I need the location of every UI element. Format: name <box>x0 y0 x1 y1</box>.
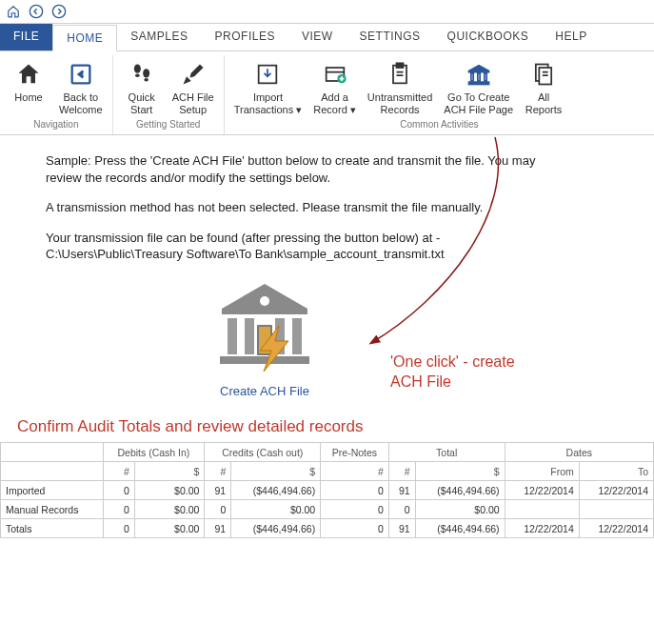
create-ach-label: Create ACH File <box>179 384 350 398</box>
th: From <box>505 462 579 481</box>
ribbon-group-common: ImportTransactions ▾ Add aRecord ▾ Untra… <box>225 55 654 134</box>
home-icon[interactable] <box>4 2 23 21</box>
th: To <box>579 462 653 481</box>
ribbon-back-welcome[interactable]: Back toWelcome <box>53 57 109 117</box>
section-heading: Confirm Audit Totals and review detailed… <box>0 412 654 442</box>
th <box>1 443 104 462</box>
cell: 91 <box>388 481 415 500</box>
svg-rect-18 <box>468 82 488 84</box>
cell: 0 <box>321 481 389 500</box>
svg-point-5 <box>143 69 149 77</box>
svg-point-1 <box>52 5 65 17</box>
ribbon-label: UntransmittedRecords <box>367 91 432 115</box>
cell: 12/22/2014 <box>579 519 653 538</box>
th: Pre-Notes <box>321 443 389 462</box>
instruction-p2: A transmission method has not been selec… <box>46 199 560 216</box>
cell: 0 <box>388 500 415 519</box>
table-header-sub: # $ # $ # # $ From To <box>1 462 654 481</box>
ribbon-import[interactable]: ImportTransactions ▾ <box>228 57 308 117</box>
tab-settings[interactable]: SETTINGS <box>347 24 434 50</box>
tab-quickbooks[interactable]: QUICKBOOKS <box>434 24 543 50</box>
back-welcome-icon <box>66 59 96 90</box>
tab-samples[interactable]: SAMPLES <box>117 24 201 50</box>
th <box>1 462 104 481</box>
ribbon-label: ImportTransactions ▾ <box>234 91 303 115</box>
cell: ($446,494.66) <box>415 481 505 500</box>
row-label: Manual Records <box>1 500 104 519</box>
ribbon-goto-create[interactable]: Go To CreateACH File Page <box>438 57 519 117</box>
svg-point-4 <box>135 73 140 77</box>
th: # <box>388 462 415 481</box>
instruction-p3: Your transmission file can be found (aft… <box>46 230 560 263</box>
main-content: Sample: Press the 'Create ACH File' butt… <box>0 135 654 412</box>
ribbon-add-record[interactable]: Add aRecord ▾ <box>307 57 362 117</box>
row-label: Totals <box>1 519 104 538</box>
table-row: Imported0$0.0091($446,494.66)091($446,49… <box>1 481 654 500</box>
audit-table: Debits (Cash In) Credits (Cash out) Pre-… <box>0 442 654 538</box>
ribbon-home[interactable]: Home <box>4 57 53 117</box>
cell: 0 <box>205 500 231 519</box>
cell: 91 <box>205 519 231 538</box>
clipboard-icon <box>385 59 415 90</box>
ribbon-group-label: Getting Started <box>117 117 220 132</box>
tab-view[interactable]: VIEW <box>288 24 347 50</box>
cell <box>579 500 653 519</box>
ribbon-label: Go To CreateACH File Page <box>444 91 513 115</box>
tab-file[interactable]: FILE <box>0 24 52 50</box>
svg-rect-16 <box>478 73 480 81</box>
ribbon-quick-start[interactable]: QuickStart <box>117 57 167 117</box>
callout-text: 'One click' - createACH File <box>390 352 515 392</box>
table-header-groups: Debits (Cash In) Credits (Cash out) Pre-… <box>1 443 654 462</box>
bank-icon <box>464 59 494 90</box>
bank-lightning-icon <box>212 276 317 372</box>
tab-profiles[interactable]: PROFILES <box>202 24 288 50</box>
tab-bar: FILE HOME SAMPLES PROFILES VIEW SETTINGS… <box>0 24 654 51</box>
th: Dates <box>505 443 653 462</box>
ribbon-label: AllReports <box>525 91 563 115</box>
tab-home[interactable]: HOME <box>52 25 117 51</box>
window-nav-bar <box>0 0 654 24</box>
th: # <box>103 462 134 481</box>
ribbon-ach-setup[interactable]: ACH FileSetup <box>167 57 220 117</box>
ribbon-label: Add aRecord ▾ <box>313 91 356 115</box>
svg-rect-29 <box>220 356 309 364</box>
cell: ($446,494.66) <box>231 481 321 500</box>
add-record-icon <box>320 59 350 90</box>
table-row: Totals0$0.0091($446,494.66)091($446,494.… <box>1 519 654 538</box>
ribbon-label: Back toWelcome <box>59 91 103 115</box>
ribbon-all-reports[interactable]: AllReports <box>519 57 568 117</box>
instruction-p1: Sample: Press the 'Create ACH File' butt… <box>46 152 560 186</box>
cell: $0.00 <box>134 519 205 538</box>
svg-point-23 <box>260 296 269 306</box>
forward-icon[interactable] <box>50 2 69 21</box>
svg-rect-25 <box>245 318 254 354</box>
tools-icon <box>178 59 208 90</box>
home-icon <box>13 59 44 90</box>
cell: 0 <box>321 519 389 538</box>
svg-rect-17 <box>485 73 486 81</box>
ribbon-group-navigation: Home Back toWelcome Navigation <box>0 55 113 134</box>
cell: 0 <box>103 500 134 519</box>
back-icon[interactable] <box>27 2 46 21</box>
create-ach-block[interactable]: Create ACH File <box>179 276 350 398</box>
th: $ <box>415 462 505 481</box>
reports-icon <box>528 59 559 90</box>
cell <box>505 500 579 519</box>
th: Credits (Cash out) <box>205 443 321 462</box>
svg-rect-12 <box>397 63 404 68</box>
ribbon-group-label: Navigation <box>4 117 109 132</box>
ribbon-group-label: Common Activities <box>228 117 650 132</box>
svg-rect-27 <box>292 318 302 354</box>
footsteps-icon <box>127 59 157 90</box>
svg-point-6 <box>144 78 149 82</box>
th: Debits (Cash In) <box>103 443 205 462</box>
ribbon-untransmitted[interactable]: UntransmittedRecords <box>362 57 438 117</box>
cell: 12/22/2014 <box>505 481 579 500</box>
ribbon-label: ACH FileSetup <box>172 91 214 115</box>
row-label: Imported <box>1 481 104 500</box>
ribbon-group-getting-started: QuickStart ACH FileSetup Getting Started <box>113 55 225 134</box>
tab-help[interactable]: HELP <box>542 24 600 50</box>
ribbon-label: Home <box>14 91 42 104</box>
cell: 0 <box>103 481 134 500</box>
cell: 0 <box>321 500 389 519</box>
